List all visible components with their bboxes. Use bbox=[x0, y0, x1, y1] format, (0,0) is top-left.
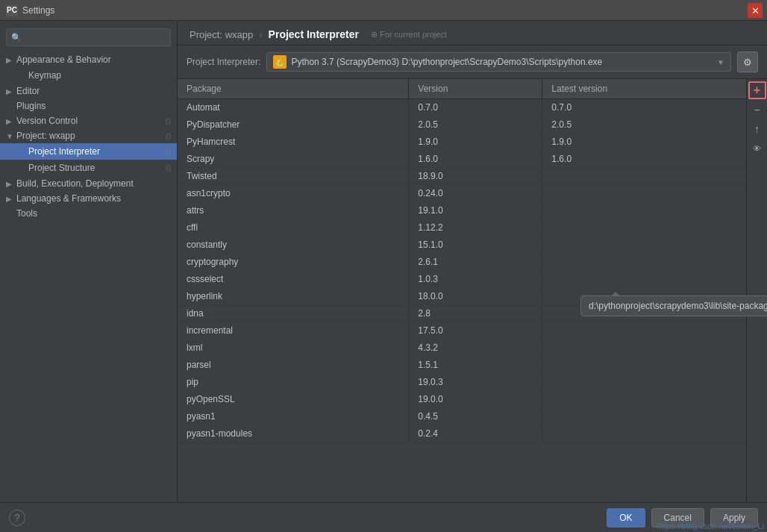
add-package-button[interactable]: + bbox=[748, 81, 766, 99]
packages-table-container[interactable]: Package Version Latest version Automat0.… bbox=[178, 79, 746, 502]
sidebar-item-project-structure[interactable]: Project Structure ⎙ bbox=[0, 160, 177, 176]
sidebar-item-version-control[interactable]: ▶ Version Control ⎙ bbox=[0, 113, 177, 128]
help-button[interactable]: ? bbox=[9, 510, 25, 526]
structure-icon: ⎙ bbox=[166, 163, 171, 172]
search-input[interactable] bbox=[25, 32, 166, 43]
breadcrumb-current: Project Interpreter bbox=[269, 28, 359, 40]
bottom-bar: ? OK Cancel Apply bbox=[0, 502, 767, 532]
table-row[interactable]: cffi1.12.2 bbox=[178, 219, 746, 237]
sidebar-item-editor[interactable]: ▶ Editor bbox=[0, 84, 177, 98]
search-box[interactable]: 🔍 bbox=[6, 28, 171, 46]
main-container: 🔍 ▶ Appearance & Behavior Keymap ▶ Edito… bbox=[0, 21, 767, 502]
cell-latest bbox=[542, 322, 746, 339]
cell-package: Automat bbox=[178, 99, 409, 116]
table-row[interactable]: cryptography2.6.1 bbox=[178, 254, 746, 271]
breadcrumb-parent: Project: wxapp bbox=[190, 29, 253, 40]
interpreter-settings-button[interactable]: ⚙ bbox=[737, 51, 758, 72]
python-icon: 🐍 bbox=[273, 55, 287, 69]
cell-latest bbox=[542, 271, 746, 288]
eye-icon: 👁 bbox=[753, 144, 761, 153]
table-row[interactable]: asn1crypto0.24.0 bbox=[178, 185, 746, 202]
sidebar-item-appearance[interactable]: ▶ Appearance & Behavior bbox=[0, 52, 177, 67]
eye-button[interactable]: 👁 bbox=[748, 140, 766, 157]
arrow-icon: ▶ bbox=[6, 56, 13, 64]
table-row[interactable]: Twisted18.9.0 bbox=[178, 168, 746, 185]
table-row[interactable]: PyHamcrest1.9.01.9.0 bbox=[178, 134, 746, 151]
table-row[interactable]: parsel1.5.1 bbox=[178, 357, 746, 374]
table-row[interactable]: pyasn1-modules0.2.4 bbox=[178, 425, 746, 442]
cell-version: 0.4.5 bbox=[409, 408, 542, 425]
search-icon: 🔍 bbox=[11, 33, 22, 43]
sidebar-item-label: Project Interpreter bbox=[28, 146, 166, 157]
table-row[interactable]: attrs19.1.0 bbox=[178, 202, 746, 219]
sidebar-item-label: Project: wxapp bbox=[16, 131, 166, 141]
cell-version: 17.5.0 bbox=[409, 322, 542, 339]
cell-latest bbox=[542, 254, 746, 271]
sidebar-item-label: Appearance & Behavior bbox=[16, 54, 171, 65]
watermark: https://blog.csdn.net/Encin_Li bbox=[654, 520, 767, 532]
cell-package: constantly bbox=[178, 237, 409, 254]
interpreter-select[interactable]: 🐍 Python 3.7 (ScrapyDemo3) D:\pythonproj… bbox=[266, 52, 731, 72]
cell-latest bbox=[542, 237, 746, 254]
table-row[interactable]: incremental17.5.0 bbox=[178, 322, 746, 339]
sidebar: 🔍 ▶ Appearance & Behavior Keymap ▶ Edito… bbox=[0, 21, 178, 502]
cell-package: cssselect bbox=[178, 271, 409, 288]
arrow-icon: ▶ bbox=[6, 180, 13, 188]
sidebar-item-build[interactable]: ▶ Build, Execution, Deployment bbox=[0, 176, 177, 191]
table-row[interactable]: cssselect1.0.3 bbox=[178, 271, 746, 288]
cell-version: 2.6.1 bbox=[409, 254, 542, 271]
cell-version: 2.0.5 bbox=[409, 116, 542, 134]
minus-icon: − bbox=[754, 104, 760, 116]
cell-package: pip bbox=[178, 374, 409, 391]
cell-package: lxml bbox=[178, 339, 409, 357]
sidebar-item-label: Build, Execution, Deployment bbox=[16, 178, 171, 189]
cell-version: 19.1.0 bbox=[409, 202, 542, 219]
window-title: Settings bbox=[22, 5, 54, 16]
cell-package: pyOpenSSL bbox=[178, 391, 409, 408]
cell-latest bbox=[542, 425, 746, 442]
table-row[interactable]: pyasn10.4.5 bbox=[178, 408, 746, 425]
table-row[interactable]: constantly15.1.0 bbox=[178, 237, 746, 254]
ok-button[interactable]: OK bbox=[607, 508, 645, 528]
sidebar-item-languages[interactable]: ▶ Languages & Frameworks bbox=[0, 191, 177, 206]
sidebar-item-project-interpreter[interactable]: Project Interpreter ⎙ bbox=[0, 143, 177, 160]
sidebar-item-plugins[interactable]: ▶ Plugins bbox=[0, 98, 177, 113]
sidebar-item-label: Editor bbox=[16, 86, 171, 96]
remove-package-button[interactable]: − bbox=[748, 101, 766, 119]
cell-package: attrs bbox=[178, 202, 409, 219]
cell-version: 1.6.0 bbox=[409, 151, 542, 168]
close-button[interactable]: ✕ bbox=[748, 3, 763, 18]
cell-version: 1.0.3 bbox=[409, 271, 542, 288]
table-row[interactable]: PyDispatcher2.0.52.0.5 bbox=[178, 116, 746, 134]
sidebar-item-label: Version Control bbox=[16, 116, 166, 126]
tooltip-bubble: d:\pythonproject\scrapydemo3\lib\site-pa… bbox=[580, 295, 746, 316]
cell-version: 18.9.0 bbox=[409, 168, 542, 185]
help-icon: ? bbox=[14, 512, 19, 523]
sidebar-item-project-wxapp[interactable]: ▼ Project: wxapp ⎙ bbox=[0, 128, 177, 143]
cell-latest bbox=[542, 357, 746, 374]
table-row[interactable]: pyOpenSSL19.0.0 bbox=[178, 391, 746, 408]
table-row[interactable]: pip19.0.3 bbox=[178, 374, 746, 391]
cell-version: 19.0.3 bbox=[409, 374, 542, 391]
cell-package: PyDispatcher bbox=[178, 116, 409, 134]
cell-package: pyasn1-modules bbox=[178, 425, 409, 442]
upgrade-package-button[interactable]: ↑ bbox=[748, 120, 766, 138]
packages-table: Package Version Latest version Automat0.… bbox=[178, 79, 746, 442]
cell-package: cffi bbox=[178, 219, 409, 237]
table-row[interactable]: Scrapy1.6.01.6.0 bbox=[178, 151, 746, 168]
cell-latest bbox=[542, 374, 746, 391]
sidebar-item-tools[interactable]: ▶ Tools bbox=[0, 206, 177, 221]
sidebar-item-label: Keymap bbox=[28, 70, 171, 81]
table-row[interactable]: lxml4.3.2 bbox=[178, 339, 746, 357]
table-row[interactable]: Automat0.7.00.7.0 bbox=[178, 99, 746, 116]
cell-version: 0.2.4 bbox=[409, 425, 542, 442]
cell-version: 1.12.2 bbox=[409, 219, 542, 237]
project-icon: ⎙ bbox=[166, 131, 171, 140]
sidebar-item-keymap[interactable]: Keymap bbox=[0, 67, 177, 84]
interpreter-value: Python 3.7 (ScrapyDemo3) D:\pythonprojec… bbox=[291, 57, 714, 67]
cell-package: Scrapy bbox=[178, 151, 409, 168]
dropdown-arrow-icon: ▼ bbox=[717, 58, 724, 66]
vcs-icon: ⎙ bbox=[166, 116, 171, 125]
sidebar-item-label: Plugins bbox=[16, 101, 171, 111]
upgrade-icon: ↑ bbox=[754, 123, 760, 135]
